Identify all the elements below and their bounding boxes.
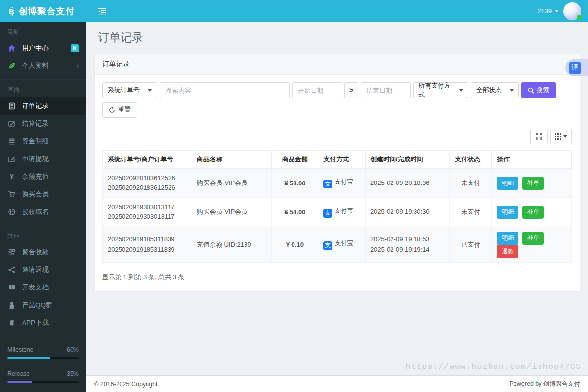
fullscreen-button[interactable]	[530, 129, 548, 144]
alipay-icon: 支	[323, 209, 332, 218]
col-product-name[interactable]: 商品名称	[192, 151, 271, 169]
sidebar-item-app-download[interactable]: APP下载	[0, 314, 86, 332]
refund-button[interactable]: 退款	[497, 245, 518, 258]
col-actions[interactable]: 操作	[492, 151, 572, 169]
copyright-text: © 2016-2025 Copyright.	[94, 381, 159, 388]
check-square-icon	[7, 120, 16, 128]
amount: ¥ 58.00	[271, 169, 318, 198]
home-icon	[7, 44, 16, 52]
caret-down-icon	[555, 10, 559, 12]
sidebar-item-label: 个人资料	[22, 61, 49, 70]
status-select[interactable]: 全部状态	[471, 82, 519, 98]
pay-method-value: 所有支付方式	[418, 81, 455, 99]
search-input[interactable]	[160, 82, 290, 98]
milestone-progressbar	[7, 357, 79, 359]
sidebar-item-buy-membership[interactable]: 购买会员	[0, 185, 86, 203]
col-time[interactable]: 创建时间/完成时间	[365, 151, 449, 169]
sidebar-section-query: 查询	[0, 80, 86, 97]
qrcode-icon	[7, 248, 16, 256]
main-content: 订单记录 订单记录 系统订单号 > 所有支付方式	[86, 22, 588, 392]
search-icon	[528, 87, 534, 94]
sidebar-item-balance-recharge[interactable]: ¥ 余额充值	[0, 168, 86, 185]
col-status[interactable]: 支付状态	[450, 151, 492, 169]
sidebar-item-user-center[interactable]: 用户中心 N	[0, 39, 86, 57]
sidebar-item-aggregate-collection[interactable]: 聚合收款	[0, 243, 86, 261]
detail-button[interactable]: 明细	[497, 206, 518, 219]
sidebar-item-product-qq-group[interactable]: 产品QQ群	[0, 296, 86, 314]
detail-button[interactable]: 明细	[497, 232, 518, 245]
sidebar-item-fund-details[interactable]: 资金明细	[0, 132, 86, 150]
sidebar-item-withdraw-apply[interactable]: 申请提现	[0, 150, 86, 168]
table-toolbar	[102, 129, 572, 144]
sidebar-item-label: 产品QQ群	[22, 301, 52, 310]
brand[interactable]: B 创博聚合支付	[0, 0, 86, 22]
caret-down-icon	[564, 135, 567, 138]
start-date-input[interactable]	[292, 82, 342, 98]
search-button[interactable]: 搜索	[521, 82, 556, 98]
card-header: 订单记录	[95, 54, 580, 75]
sidebar-item-label: 聚合收款	[22, 248, 49, 257]
outdent-icon	[98, 8, 106, 15]
sidebar-item-invite-cashback[interactable]: 邀请返现	[0, 261, 86, 279]
caret-down-icon	[459, 89, 463, 92]
alipay-icon: 支	[323, 241, 332, 250]
avatar[interactable]	[564, 2, 581, 20]
col-pay-method[interactable]: 支付方式	[318, 151, 366, 169]
sidebar-item-label: 申请提现	[22, 155, 49, 163]
pagination-summary: 显示第 1 到第 3 条, 总共 3 条	[102, 273, 572, 282]
col-order-no[interactable]: 系统订单号/商户订单号	[103, 151, 192, 169]
sidebar-section-nav: 导航	[0, 22, 86, 39]
bitcoin-icon: B	[8, 7, 15, 16]
leaf-icon	[7, 62, 16, 70]
col-amount[interactable]: 商品金额	[271, 151, 318, 169]
sidebar-item-label: 余额充值	[22, 172, 49, 181]
product-name: 购买会员-VIP会员	[192, 169, 271, 198]
pay-method-cell: 支支付宝	[318, 198, 366, 227]
table-row: 2025020919303013117 2025020919303013117 …	[103, 198, 572, 227]
cart-icon	[7, 190, 16, 198]
columns-toggle-button[interactable]	[550, 129, 572, 144]
sidebar-item-label: 资金明细	[22, 137, 49, 146]
status-value: 全部状态	[476, 86, 502, 95]
sidebar-item-profile[interactable]: 个人资料 ›	[0, 57, 86, 75]
reissue-button[interactable]: 补单	[522, 232, 544, 245]
svg-text:B: B	[9, 7, 15, 15]
search-field-select[interactable]: 系统订单号	[102, 82, 157, 98]
search-button-label: 搜索	[537, 86, 549, 95]
product-name: 购买会员-VIP会员	[192, 198, 271, 227]
topbar-right: 2139	[538, 2, 588, 20]
detail-button[interactable]: 明细	[497, 177, 518, 190]
row-actions: 明细 补单	[492, 169, 572, 198]
system-order-no: 2025020920183612526	[108, 173, 187, 183]
row-actions: 明细 补单 退款	[492, 227, 572, 262]
pay-method-select[interactable]: 所有支付方式	[413, 82, 468, 98]
reissue-button[interactable]: 补单	[522, 177, 544, 190]
pay-method-cell: 支支付宝	[318, 227, 366, 262]
sidebar-toggle-button[interactable]	[98, 8, 106, 15]
pay-method-cell: 支支付宝	[318, 169, 366, 198]
reissue-button[interactable]: 补单	[522, 206, 544, 219]
user-menu[interactable]: 2139	[538, 7, 559, 15]
orders-table: 系统订单号/商户订单号 商品名称 商品金额 支付方式 创建时间/完成时间 支付状…	[102, 150, 572, 263]
sidebar-item-dev-docs[interactable]: 开发文档	[0, 279, 86, 296]
translate-fab[interactable]: 译	[565, 59, 588, 76]
brand-title: 创博聚合支付	[19, 5, 74, 17]
globe-icon	[7, 208, 16, 216]
caret-down-icon	[148, 89, 152, 92]
list-icon	[7, 137, 16, 145]
end-date-input[interactable]	[361, 82, 411, 98]
app-root: B 创博聚合支付 213	[0, 0, 588, 392]
reset-button[interactable]: 重置	[102, 102, 137, 118]
sidebar-item-authorized-domain[interactable]: 授权域名	[0, 203, 86, 221]
date-range-arrow-button[interactable]: >	[344, 82, 358, 98]
edit-square-icon	[7, 155, 16, 163]
document-list-icon	[7, 102, 16, 110]
sidebar-item-label: 邀请返现	[22, 265, 49, 274]
sidebar-item-settlement-records[interactable]: 结算记录	[0, 115, 86, 132]
refresh-icon	[109, 107, 115, 113]
sidebar-item-order-records[interactable]: 订单记录	[0, 97, 86, 115]
page-title: 订单记录	[86, 22, 588, 51]
search-field-value: 系统订单号	[108, 86, 140, 95]
table-header-row: 系统订单号/商户订单号 商品名称 商品金额 支付方式 创建时间/完成时间 支付状…	[103, 151, 572, 169]
filter-row-2: 重置	[102, 102, 572, 118]
